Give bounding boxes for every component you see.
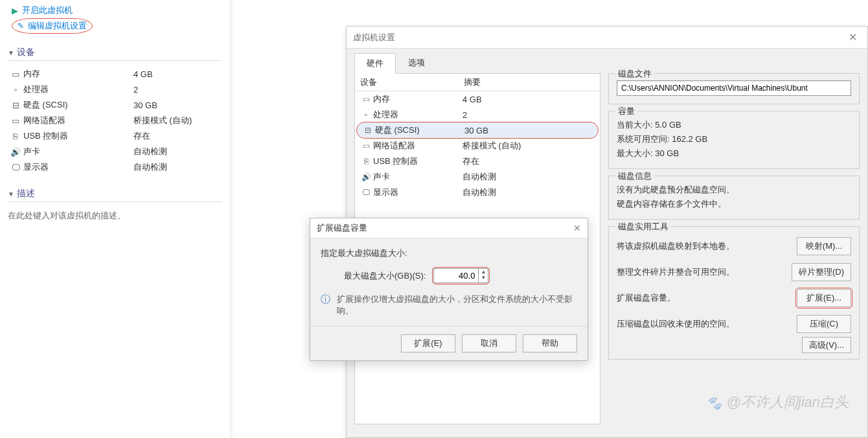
hardware-summary: 2 <box>463 110 596 120</box>
disk-file-input[interactable] <box>617 80 851 96</box>
dialog-expand-button[interactable]: 扩展(E) <box>401 334 455 352</box>
hardware-row[interactable]: ⊟硬盘 (SCSI)30 GB <box>356 122 599 139</box>
device-label: 内存 <box>23 68 133 80</box>
hardware-list-header: 设备 摘要 <box>355 74 600 91</box>
dialog-help-button[interactable]: 帮助 <box>523 334 577 352</box>
device-icon: ⊟ <box>8 100 23 110</box>
hardware-row[interactable]: ▭网络适配器桥接模式 (自动) <box>355 138 600 154</box>
info-icon: ⓘ <box>321 294 330 317</box>
hardware-label: 网络适配器 <box>373 140 463 152</box>
device-label: USB 控制器 <box>23 130 133 142</box>
edit-icon: ✎ <box>17 21 24 30</box>
hardware-row[interactable]: ▫处理器2 <box>355 107 600 122</box>
vertical-divider <box>233 0 234 438</box>
close-icon[interactable]: ✕ <box>573 223 581 233</box>
defrag-button[interactable]: 碎片整理(D) <box>792 263 851 281</box>
hardware-summary: 自动检测 <box>463 187 596 198</box>
device-icon: ⊟ <box>361 126 375 135</box>
disk-size-spinner[interactable]: ▲ ▼ <box>432 267 490 284</box>
device-label: 声卡 <box>23 146 133 157</box>
hardware-label: 显示器 <box>373 187 463 198</box>
device-icon: ⎘ <box>8 132 23 141</box>
hardware-summary: 自动检测 <box>463 171 596 183</box>
dialog-cancel-button[interactable]: 取消 <box>462 334 516 352</box>
device-row[interactable]: ▭网络适配器桥接模式 (自动) <box>8 113 222 128</box>
device-icon: ▫ <box>359 110 373 119</box>
window-titlebar: 虚拟机设置 ✕ <box>347 27 867 49</box>
hardware-summary: 4 GB <box>463 95 596 104</box>
close-icon[interactable]: ✕ <box>845 30 861 45</box>
tab-options[interactable]: 选项 <box>396 52 437 73</box>
disk-size-input[interactable] <box>433 268 479 283</box>
device-icon: 🖵 <box>359 188 373 197</box>
play-icon: ▶ <box>12 6 18 16</box>
device-value: 存在 <box>133 130 222 142</box>
hardware-row[interactable]: 🔊声卡自动检测 <box>355 169 600 185</box>
disk-tools-group: 磁盘实用工具 将该虚拟机磁盘映射到本地卷。 映射(M)... 整理文件碎片并整合… <box>608 226 860 360</box>
tabs: 硬件 选项 <box>347 49 867 73</box>
capacity-current: 当前大小: 5.0 GB <box>617 118 851 132</box>
device-icon: ▫ <box>8 85 23 95</box>
tab-hardware[interactable]: 硬件 <box>354 53 396 74</box>
device-icon: ▭ <box>359 141 373 150</box>
hardware-label: 声卡 <box>373 171 463 183</box>
start-vm-action[interactable]: ▶ 开启此虚拟机 <box>8 3 222 18</box>
map-button[interactable]: 映射(M)... <box>797 237 851 255</box>
device-row[interactable]: ⎘USB 控制器存在 <box>8 128 222 144</box>
device-icon: ▭ <box>8 69 23 79</box>
capacity-group: 容量 当前大小: 5.0 GB 系统可用空间: 162.2 GB 最大大小: 3… <box>608 111 860 169</box>
specify-label: 指定最大虚拟磁盘大小: <box>321 248 577 259</box>
device-label: 网络适配器 <box>23 115 133 126</box>
device-row[interactable]: ⊟硬盘 (SCSI)30 GB <box>8 97 222 113</box>
capacity-max: 最大大小: 30 GB <box>617 146 851 161</box>
col-summary: 摘要 <box>459 74 600 91</box>
device-value: 2 <box>133 85 222 95</box>
hardware-row[interactable]: 🖵显示器自动检测 <box>355 185 600 200</box>
hardware-summary: 桥接模式 (自动) <box>463 140 596 152</box>
spinner-up-icon[interactable]: ▲ <box>479 269 488 275</box>
spinner-down-icon[interactable]: ▼ <box>479 275 488 281</box>
device-label: 处理器 <box>23 84 133 95</box>
disk-info-group: 磁盘信息 没有为此硬盘预分配磁盘空间。 硬盘内容存储在多个文件中。 <box>608 176 860 220</box>
hardware-summary: 30 GB <box>464 126 594 135</box>
dialog-title: 扩展磁盘容量 <box>317 222 367 234</box>
vm-overview-panel: ▶ 开启此虚拟机 ✎ 编辑虚拟机设置 ▼ 设备 ▭内存4 GB▫处理器2⊟硬盘 … <box>0 0 230 227</box>
device-icon: 🔊 <box>359 172 373 181</box>
expand-disk-dialog: 扩展磁盘容量 ✕ 指定最大虚拟磁盘大小: 最大磁盘大小(GB)(S): ▲ ▼ … <box>310 218 588 361</box>
hardware-label: 硬盘 (SCSI) <box>375 124 464 136</box>
advanced-button[interactable]: 高级(V)... <box>802 337 851 353</box>
device-row[interactable]: 🔊声卡自动检测 <box>8 144 222 159</box>
devices-section-header[interactable]: ▼ 设备 <box>8 47 222 61</box>
device-label: 显示器 <box>23 161 133 173</box>
description-section-header[interactable]: ▼ 描述 <box>8 188 222 202</box>
device-label: 硬盘 (SCSI) <box>23 99 133 111</box>
hardware-label: 处理器 <box>373 109 463 121</box>
col-device: 设备 <box>355 74 459 91</box>
device-row[interactable]: ▫处理器2 <box>8 82 222 97</box>
edit-vm-settings-label: 编辑虚拟机设置 <box>28 20 87 32</box>
chevron-down-icon: ▼ <box>8 49 14 56</box>
hardware-row[interactable]: ▭内存4 GB <box>355 91 600 107</box>
edit-vm-settings-action[interactable]: ✎ 编辑虚拟机设置 <box>12 18 93 34</box>
device-icon: ⎘ <box>359 157 373 166</box>
device-value: 自动检测 <box>133 146 222 157</box>
chevron-down-icon: ▼ <box>8 190 14 198</box>
window-title: 虚拟机设置 <box>353 32 395 43</box>
dialog-titlebar: 扩展磁盘容量 ✕ <box>310 218 588 238</box>
device-value: 4 GB <box>133 69 222 79</box>
description-placeholder[interactable]: 在此处键入对该虚拟机的描述。 <box>8 207 222 224</box>
device-icon: 🔊 <box>8 147 23 157</box>
capacity-free: 系统可用空间: 162.2 GB <box>617 132 851 146</box>
hardware-row[interactable]: ⎘USB 控制器存在 <box>355 154 600 169</box>
hardware-label: USB 控制器 <box>373 156 463 167</box>
start-vm-label: 开启此虚拟机 <box>22 5 73 16</box>
disk-file-group: 磁盘文件 <box>608 73 860 104</box>
device-row[interactable]: ▭内存4 GB <box>8 66 222 82</box>
device-value: 自动检测 <box>133 161 222 173</box>
device-value: 桥接模式 (自动) <box>133 115 222 126</box>
hardware-label: 内存 <box>373 93 463 105</box>
device-row[interactable]: 🖵显示器自动检测 <box>8 159 222 175</box>
vertical-divider <box>231 0 231 438</box>
expand-button[interactable]: 扩展(E)... <box>797 289 851 307</box>
compact-button[interactable]: 压缩(C) <box>797 315 851 333</box>
